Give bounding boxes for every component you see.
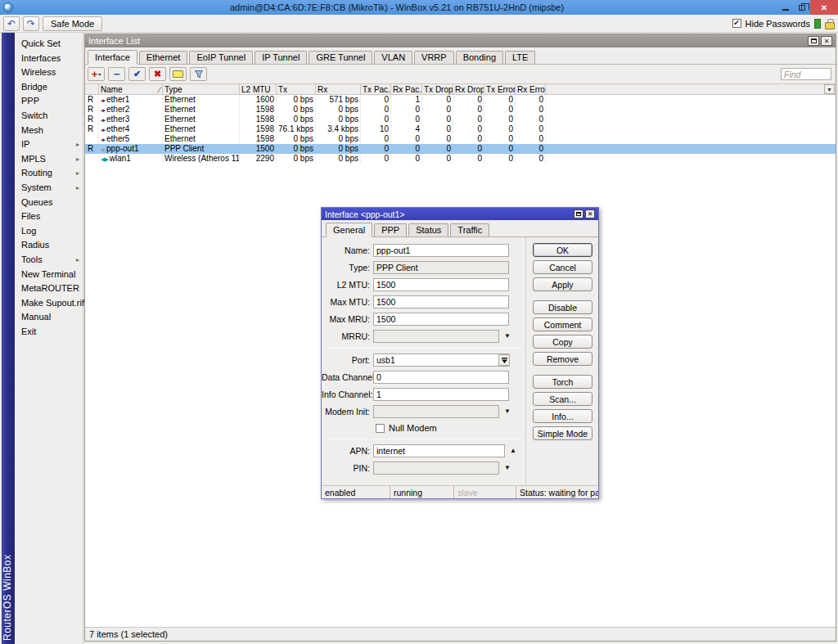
sidebar-item[interactable]: Interfaces bbox=[15, 52, 83, 66]
max-mru-field[interactable] bbox=[373, 313, 509, 326]
l2mtu-field[interactable] bbox=[373, 278, 509, 291]
column-header-name[interactable]: Name ∕ bbox=[99, 84, 163, 94]
interface-list-tab[interactable]: LTE bbox=[505, 51, 535, 64]
add-interface-button[interactable]: + ▾ bbox=[88, 67, 105, 81]
info-channel-field[interactable] bbox=[373, 388, 509, 401]
remove-interface-button[interactable]: − bbox=[108, 67, 125, 81]
sidebar-item[interactable]: Wireless bbox=[15, 65, 83, 80]
dialog-action-button[interactable]: Remove bbox=[533, 352, 592, 366]
interface-list-tab[interactable]: VRRP bbox=[414, 51, 454, 64]
column-header-tx[interactable]: Tx bbox=[277, 84, 316, 94]
max-mtu-field[interactable] bbox=[373, 295, 509, 308]
modem-init-dropdown-icon[interactable]: ▼ bbox=[504, 408, 511, 415]
mrru-field[interactable] bbox=[373, 330, 499, 343]
table-row[interactable]: R ether4 Ethernet 1598 76.1 kbps 3.4 kbp… bbox=[85, 124, 836, 134]
apn-collapse-icon[interactable]: ▲ bbox=[510, 448, 516, 454]
table-row[interactable]: R ether2 Ethernet 1598 0 bps 0 bps 0 0 0… bbox=[85, 105, 836, 115]
enable-interface-button[interactable]: ✔ bbox=[128, 67, 146, 81]
dialog-action-button[interactable]: Info... bbox=[533, 409, 592, 423]
table-row[interactable]: ether5 Ethernet 1598 0 bps 0 bps 0 0 0 0… bbox=[85, 134, 836, 144]
dialog-tab[interactable]: PPP bbox=[374, 223, 407, 236]
dialog-action-button[interactable]: Copy bbox=[533, 335, 592, 349]
dialog-action-button[interactable]: OK bbox=[533, 243, 592, 257]
comment-button[interactable] bbox=[169, 67, 187, 81]
interface-list-tab[interactable]: Bonding bbox=[456, 51, 503, 64]
table-row[interactable]: wlan1 Wireless (Atheros 11N) 2290 0 bps … bbox=[85, 154, 836, 164]
column-header-l2mtu[interactable]: L2 MTU bbox=[240, 84, 277, 94]
table-row[interactable]: R ppp-out1 PPP Client 1500 0 bps 0 bps 0… bbox=[85, 144, 836, 154]
find-input[interactable] bbox=[781, 68, 831, 80]
sidebar-item[interactable]: Radius bbox=[15, 238, 83, 253]
sidebar-item[interactable]: Routing ▸ bbox=[15, 166, 83, 181]
interface-list-tab[interactable]: GRE Tunnel bbox=[309, 51, 372, 64]
interface-list-restore-button[interactable] bbox=[808, 36, 819, 46]
minimize-button[interactable] bbox=[777, 0, 794, 15]
interface-list-tab[interactable]: Interface bbox=[88, 50, 137, 65]
column-header-txdrops[interactable]: Tx Drops bbox=[422, 84, 453, 94]
sidebar-item[interactable]: Tools ▸ bbox=[15, 253, 83, 268]
name-field[interactable] bbox=[373, 244, 509, 257]
sidebar-item[interactable]: Bridge bbox=[15, 80, 83, 95]
sidebar-item[interactable]: Log bbox=[15, 224, 83, 239]
dialog-action-button[interactable]: Simple Mode bbox=[533, 426, 592, 440]
pin-field[interactable] bbox=[373, 462, 499, 475]
undo-button[interactable]: ↶ bbox=[3, 16, 20, 31]
hide-passwords-checkbox[interactable]: ✔ bbox=[732, 19, 741, 28]
column-header-rx[interactable]: Rx bbox=[316, 84, 361, 94]
sidebar-item[interactable]: Files bbox=[15, 209, 83, 224]
sidebar-item[interactable]: PPP bbox=[15, 94, 83, 109]
dialog-action-button[interactable]: Torch bbox=[533, 375, 592, 389]
mrru-dropdown-icon[interactable]: ▼ bbox=[504, 333, 511, 340]
sidebar-item[interactable]: Switch bbox=[15, 109, 83, 124]
column-header-txerrors[interactable]: Tx Errors bbox=[484, 84, 516, 94]
table-row[interactable]: R ether1 Ethernet 1600 0 bps 571 bps 0 1… bbox=[85, 95, 836, 105]
dialog-action-button[interactable]: Apply bbox=[533, 277, 592, 291]
sidebar-item[interactable]: Make Supout.rif bbox=[15, 296, 83, 311]
sidebar-item[interactable]: Manual bbox=[15, 310, 83, 325]
null-modem-checkbox[interactable] bbox=[376, 424, 385, 433]
interface-list-tab[interactable]: EoIP Tunnel bbox=[189, 51, 253, 64]
dialog-action-button[interactable]: Comment bbox=[533, 317, 592, 331]
column-header-type[interactable]: Type bbox=[163, 84, 240, 94]
sidebar-item[interactable]: Queues bbox=[15, 196, 83, 210]
pin-dropdown-icon[interactable]: ▼ bbox=[504, 465, 511, 471]
dialog-close-button[interactable]: ✕ bbox=[585, 209, 595, 218]
port-select-button[interactable] bbox=[498, 354, 510, 366]
apn-field[interactable] bbox=[373, 444, 505, 457]
column-header-rxpackets[interactable]: Rx Pac... bbox=[391, 84, 422, 94]
sidebar-item[interactable]: Quick Set bbox=[15, 37, 83, 52]
sidebar-item[interactable]: System ▸ bbox=[15, 181, 83, 196]
sidebar-item[interactable]: Exit bbox=[15, 325, 83, 340]
dialog-tab[interactable]: Traffic bbox=[450, 223, 489, 236]
restore-button[interactable] bbox=[794, 0, 810, 15]
dialog-action-button[interactable]: Cancel bbox=[533, 260, 592, 274]
interface-list-close-button[interactable]: ✕ bbox=[821, 36, 832, 46]
column-header-txpackets[interactable]: Tx Pac... bbox=[361, 84, 391, 94]
interface-list-tab[interactable]: Ethernet bbox=[139, 51, 188, 64]
sidebar-item[interactable]: IP ▸ bbox=[15, 137, 83, 152]
data-channel-field[interactable] bbox=[373, 371, 509, 384]
disable-interface-button[interactable]: ✖ bbox=[149, 67, 166, 81]
column-header-flags[interactable] bbox=[85, 84, 99, 94]
dialog-restore-button[interactable] bbox=[574, 209, 583, 218]
column-chooser-button[interactable]: ▼ bbox=[824, 84, 835, 94]
close-button[interactable]: ✕ bbox=[810, 0, 838, 15]
sidebar-item[interactable]: Mesh bbox=[15, 124, 83, 138]
dialog-action-button[interactable]: Disable bbox=[533, 300, 592, 314]
filter-button[interactable] bbox=[190, 67, 207, 81]
column-header-rxdrops[interactable]: Rx Drops bbox=[453, 84, 484, 94]
dialog-tab[interactable]: Status bbox=[408, 223, 448, 236]
redo-button[interactable]: ↷ bbox=[23, 16, 39, 31]
sidebar-item[interactable]: MPLS ▸ bbox=[15, 152, 83, 167]
interface-list-tab[interactable]: VLAN bbox=[374, 51, 412, 64]
sidebar-item[interactable]: MetaROUTER bbox=[15, 281, 83, 296]
dialog-action-button[interactable]: Scan... bbox=[533, 392, 592, 406]
port-field[interactable] bbox=[373, 354, 509, 367]
column-header-rxerrors[interactable]: Rx Errors bbox=[516, 84, 546, 94]
safe-mode-button[interactable]: Safe Mode bbox=[43, 16, 102, 31]
interface-list-tab[interactable]: IP Tunnel bbox=[255, 51, 307, 64]
modem-init-field[interactable] bbox=[373, 405, 499, 418]
table-row[interactable]: R ether3 Ethernet 1598 0 bps 0 bps 0 0 0… bbox=[85, 115, 836, 124]
sidebar-item[interactable]: New Terminal bbox=[15, 268, 83, 282]
dialog-tab[interactable]: General bbox=[326, 223, 372, 237]
